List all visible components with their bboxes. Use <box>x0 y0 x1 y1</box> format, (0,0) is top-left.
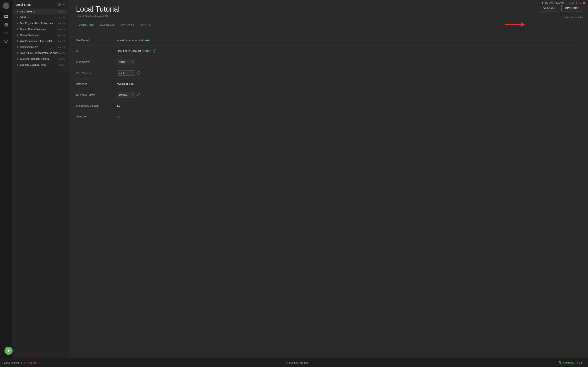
field-value: local-tutorial.localCHANGE <box>117 39 581 42</box>
enable-link[interactable]: Enable <box>300 361 308 364</box>
site-item-name: Custom Checkout Tutorial <box>20 58 49 60</box>
site-item[interactable]: Divi Engine - Post Boilerplate Mar 30 <box>13 21 68 26</box>
site-item[interactable]: WooCommerce Clean Install Mar 16 <box>13 38 68 44</box>
site-item-left: DE Posts <box>17 16 31 19</box>
site-item-date: Mar 15 <box>58 58 65 60</box>
php-version-select[interactable]: 7.3.57.48.08.1 <box>117 70 135 76</box>
site-item-name: Blog Article - Woocommerce only <box>20 52 58 54</box>
sites-sidebar: Local Sites Local Tutorial Tod <box>12 0 69 358</box>
sidebar-icon-extensions[interactable] <box>2 38 10 45</box>
connect-host-label: CONNECT HOST <box>563 361 584 364</box>
connect-host-icon: ⇅ <box>559 361 562 365</box>
stop-all-button[interactable]: STOP ALL <box>21 361 35 364</box>
site-item-date: Mar 30 <box>58 22 65 25</box>
site-item-name: Booking Calendar Test <box>20 63 46 66</box>
site-status-dot <box>17 40 18 42</box>
site-status-dot <box>17 46 18 48</box>
history-icon[interactable] <box>58 3 61 7</box>
site-title: Local Tutorial <box>76 5 581 13</box>
field-value-text: 5.7 <box>117 104 121 107</box>
info-icon[interactable]: i <box>137 93 140 96</box>
sidebar-icon-list[interactable] <box>2 21 10 29</box>
avatar[interactable] <box>3 2 9 9</box>
site-item[interactable]: Clean Divi Install Mar 16 <box>13 33 68 38</box>
site-item[interactable]: Blog Article - Woocommerce only Mar 15 <box>13 50 68 56</box>
site-item-date: Mar 15 <box>58 52 65 54</box>
field-row: Database MySQL 8.0.16 <box>76 79 581 89</box>
field-label: Database <box>76 82 117 85</box>
site-status-dot <box>17 29 18 30</box>
sites-header-icons <box>58 3 66 7</box>
site-item-name: WooCommerce Clean Install <box>20 40 52 43</box>
field-row: PHP Version 7.3.57.48.08.1 i <box>76 67 581 79</box>
svg-rect-3 <box>5 24 8 26</box>
site-status-dot <box>17 23 18 24</box>
site-header: Local Tutorial ~/Local Sites/local-tutor… <box>69 0 588 22</box>
site-item-left: Divi Engine - Post Boilerplate <box>17 22 53 25</box>
site-item[interactable]: Booking Calendar Test Mar 15 <box>13 62 68 68</box>
tab-tools[interactable]: TOOLS <box>138 22 153 29</box>
info-icon[interactable]: i <box>137 71 140 75</box>
site-item[interactable]: DE Posts Today <box>13 15 68 20</box>
live-link-label: Live Link <box>289 361 299 364</box>
field-row: WordPress Version 5.7 <box>76 100 581 111</box>
site-item-left: Custom Checkout Tutorial <box>17 58 49 60</box>
overview-content: Site Domain local-tutorial.localCHANGE S… <box>69 29 588 358</box>
field-value: local-tutorial.local.crtTRUSTi <box>117 49 581 53</box>
site-item-date: Mar 15 <box>58 64 65 66</box>
trust-link[interactable]: TRUST <box>143 50 151 52</box>
change-link[interactable]: CHANGE <box>139 39 150 42</box>
site-item-date: Mar 15 <box>58 46 65 48</box>
admin-button[interactable]: ADMIN <box>539 5 559 11</box>
field-row: SSL local-tutorial.local.crtTRUSTi <box>76 46 581 56</box>
connect-host-button[interactable]: ⇅ CONNECT HOST <box>559 361 584 365</box>
site-item-left: Local Tutorial <box>17 10 35 13</box>
instant-reload-dot <box>542 2 543 4</box>
site-item-name: Docs - Nitro - Overview <box>20 28 46 31</box>
site-path-info-icon[interactable] <box>105 15 108 18</box>
last-started-text: Last started today <box>565 16 583 18</box>
main-actions: ADMIN OPEN SITE <box>539 5 583 11</box>
collapse-icon[interactable] <box>63 3 66 7</box>
tab-utilities[interactable]: UTILITIES <box>118 22 138 29</box>
field-value: nginxapache <box>117 59 581 64</box>
sidebar-icon-cloud[interactable] <box>2 29 10 37</box>
site-item[interactable]: BodyCommerce Mar 15 <box>13 44 68 50</box>
field-value: MySQL 8.0.16 <box>117 82 581 85</box>
site-item[interactable]: Custom Checkout Tutorial Mar 15 <box>13 56 68 62</box>
select-container: DisableEnable <box>117 92 135 98</box>
field-value: DisableEnable i <box>117 92 581 98</box>
instant-reload-indicator: INSTANT RELOAD <box>542 2 566 4</box>
instant-reload-label: INSTANT RELOAD <box>545 2 564 4</box>
site-item[interactable]: Docs - Nitro - Overview Mar 18 <box>13 26 68 32</box>
site-path: ~/Local Sites/local-tutorial <box>76 15 581 18</box>
site-item[interactable]: Local Tutorial Today <box>13 9 68 15</box>
live-link-dot <box>286 362 287 364</box>
open-site-button[interactable]: OPEN SITE <box>561 5 583 11</box>
svg-point-10 <box>544 8 545 8</box>
field-row: Multisite No <box>76 111 581 122</box>
arrow-body <box>505 24 521 25</box>
one-click-admin-select[interactable]: DisableEnable <box>117 92 135 98</box>
tab-overview[interactable]: OVERVIEW <box>76 22 97 29</box>
select-container: nginxapache <box>117 59 135 64</box>
sidebar-icon-sites[interactable] <box>2 13 10 20</box>
site-item-name: BodyCommerce <box>20 46 38 49</box>
site-status-dot <box>17 11 18 12</box>
tab-database[interactable]: DATABASE <box>97 22 118 29</box>
site-status-dot <box>17 17 18 18</box>
info-icon[interactable]: i <box>153 49 156 53</box>
site-status-dot <box>17 58 18 60</box>
stop-site-button[interactable]: STOP SITE <box>566 2 585 4</box>
site-item-left: Booking Calendar Test <box>17 63 46 66</box>
field-label: One-click Admin <box>76 93 117 96</box>
field-value-text: local-tutorial.local.crt <box>117 49 141 52</box>
web-server-select[interactable]: nginxapache <box>117 59 135 64</box>
app-layout: Local Sites Local Tutorial Tod <box>0 0 588 358</box>
sites-header-title: Local Sites <box>16 3 31 6</box>
site-item-date: Mar 16 <box>58 34 65 36</box>
field-value: 7.3.57.48.08.1 i <box>117 70 581 76</box>
sites-running-text: 1 site running <box>4 361 19 364</box>
add-site-button[interactable]: + <box>4 347 13 355</box>
arrow-annotation <box>505 22 525 27</box>
